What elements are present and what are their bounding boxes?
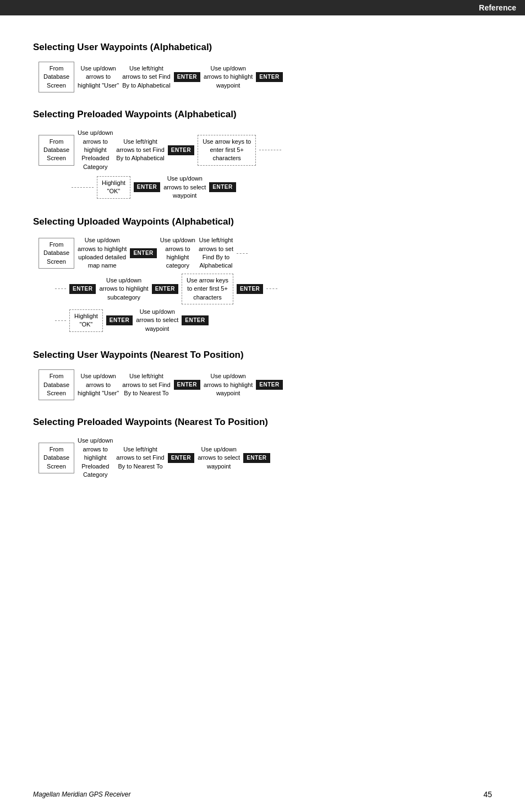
preloaded-nearest-row1: FromDatabaseScreen Use up/downarrows toh… [39,437,492,479]
step2-text: Use left/rightarrows to set FindBy to Al… [122,64,170,90]
step1-text: Use up/downarrows tohighlight "User" [78,64,119,90]
pa-highlight-ok: Highlight"OK" [97,176,130,199]
step3-text: Use up/downarrows to highlightwaypoint [204,64,253,90]
pn-step3: Use up/downarrows to selectwaypoint [198,445,240,471]
enter-btn-3[interactable]: ENTER [168,145,194,155]
un-step1: Use up/downarrows tohighlight "User" [78,372,119,397]
enter-btn-2[interactable]: ENTER [256,72,282,82]
flow-uploaded-alpha: FromDatabaseScreen Use up/downarrows to … [39,236,492,333]
uploaded-alpha-row1: FromDatabaseScreen Use up/downarrows to … [39,236,492,270]
enter-btn-11[interactable]: ENTER [182,315,208,325]
section-user-nearest: Selecting User Waypoints (Nearest To Pos… [33,350,492,400]
section-title-preloaded-alpha: Selecting Preloaded Waypoints (Alphabeti… [33,109,492,120]
section-uploaded-alpha: Selecting Uploaded Waypoints (Alphabetic… [33,216,492,333]
flow-user-nearest: FromDatabaseScreen Use up/downarrows toh… [39,369,492,400]
uploaded-alpha-row2: ENTER Use up/downarrows to highlightsubc… [55,274,492,304]
enter-btn-14[interactable]: ENTER [168,453,194,463]
section-title-uploaded-alpha: Selecting Uploaded Waypoints (Alphabetic… [33,216,492,227]
footer-right: 45 [483,790,492,799]
ua-step6: Use up/downarrows to selectwaypoint [136,308,178,333]
enter-btn-5[interactable]: ENTER [209,182,236,192]
dashed-line-5 [266,288,277,289]
ua-highlight-ok: Highlight"OK" [69,309,103,332]
flow-preloaded-nearest: FromDatabaseScreen Use up/downarrows toh… [39,437,492,479]
section-title-preloaded-nearest: Selecting Preloaded Waypoints (Nearest T… [33,417,492,428]
ua-step5-dashed: Use arrow keysto enter first 5+character… [182,274,233,304]
ua-step4: Use up/downarrows to highlightsubcategor… [99,276,148,302]
un-step3: Use up/downarrows to highlightwaypoint [204,372,253,397]
enter-btn-9[interactable]: ENTER [237,284,263,294]
ua-step3: Use left/rightarrows to setFind By toAlp… [199,236,233,270]
page-content: Selecting User Waypoints (Alphabetical) … [0,15,525,517]
pa-step2: Use left/rightarrows to set FindBy to Al… [116,138,164,163]
uploaded-alpha-row3: Highlight"OK" ENTER Use up/downarrows to… [55,308,492,333]
user-nearest-row1: FromDatabaseScreen Use up/downarrows toh… [39,369,492,400]
enter-btn-12[interactable]: ENTER [174,380,200,390]
dashed-line-4 [55,288,66,289]
section-preloaded-nearest: Selecting Preloaded Waypoints (Nearest T… [33,417,492,479]
flow-preloaded-alpha: FromDatabaseScreen Use up/downarrows toh… [39,129,492,200]
ua-step1: Use up/downarrows to highlightuploaded d… [78,236,127,270]
pa-step4: Use up/downarrows to selectwaypoint [163,175,206,200]
pn-step2: Use left/rightarrows to set FindBy to Ne… [116,445,164,471]
footer-left: Magellan Meridian GPS Receiver [33,791,130,798]
from-database-3: FromDatabaseScreen [39,238,74,269]
dashed-line-6 [55,320,66,321]
pa-step3-dashed: Use arrow keys toenter first 5+character… [198,135,256,166]
flow-row-1: FromDatabaseScreen Use up/downarrows toh… [39,62,492,92]
enter-btn-7[interactable]: ENTER [69,284,96,294]
from-database-2: FromDatabaseScreen [39,135,74,166]
enter-btn-15[interactable]: ENTER [243,453,270,463]
from-database-4: FromDatabaseScreen [39,369,74,400]
header-title: Reference [479,3,516,12]
enter-btn-13[interactable]: ENTER [256,380,282,390]
enter-btn-10[interactable]: ENTER [106,315,133,325]
preloaded-alpha-row1: FromDatabaseScreen Use up/downarrows toh… [39,129,492,171]
header-bar: Reference [0,0,525,15]
flow-user-alpha: FromDatabaseScreen Use up/downarrows toh… [39,62,492,92]
section-preloaded-alpha: Selecting Preloaded Waypoints (Alphabeti… [33,109,492,200]
section-user-alpha: Selecting User Waypoints (Alphabetical) … [33,42,492,92]
dashed-line-3 [237,253,248,254]
dashed-line-1 [259,150,281,150]
from-database-5: FromDatabaseScreen [39,443,74,473]
enter-btn-6[interactable]: ENTER [130,248,156,258]
dashed-line-2 [72,187,94,188]
enter-btn-8[interactable]: ENTER [152,284,178,294]
pa-step1: Use up/downarrows tohighlightPreloadedCa… [78,129,113,171]
un-step2: Use left/rightarrows to set FindBy to Ne… [122,372,170,397]
preloaded-alpha-row2: Highlight"OK" ENTER Use up/downarrows to… [72,175,492,200]
section-title-user-alpha: Selecting User Waypoints (Alphabetical) [33,42,492,53]
ua-step2: Use up/downarrows tohighlightcategory [160,236,195,270]
enter-btn-4[interactable]: ENTER [134,182,160,192]
section-title-user-nearest: Selecting User Waypoints (Nearest To Pos… [33,350,492,361]
enter-btn-1[interactable]: ENTER [174,72,200,82]
pn-step1: Use up/downarrows tohighlightPreloadedCa… [78,437,113,479]
footer: Magellan Meridian GPS Receiver 45 [33,790,492,799]
from-database-1: FromDatabaseScreen [39,62,74,92]
